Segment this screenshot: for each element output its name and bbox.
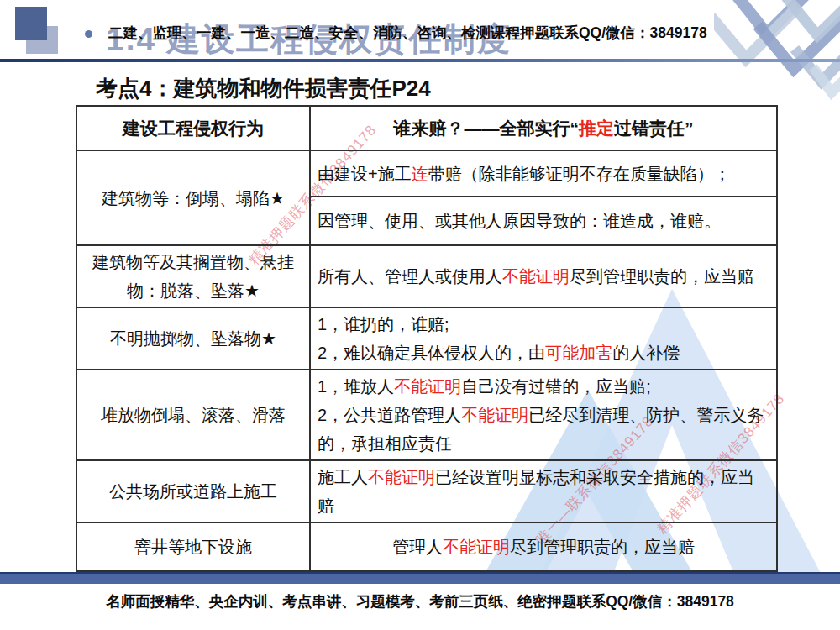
decor-square-dark: [15, 7, 47, 40]
row-label-unknown-thrown-objects: 不明抛掷物、坠落物★: [76, 307, 310, 370]
row-label-falling-objects: 建筑物等及其搁置物、悬挂物：脱落、坠落★: [76, 245, 310, 307]
col-header-behavior: 建设工程侵权行为: [76, 106, 310, 150]
highlight-red-text: 不能证明: [502, 267, 570, 286]
table-row: 不明抛掷物、坠落物★ 1，谁扔的，谁赔; 2，难以确定具体侵权人的，由可能加害的…: [76, 307, 777, 370]
highlight-red-text: 不能证明: [394, 377, 461, 396]
header-course-contact-line: 二建、监理、一建、一造、二造、安全、消防、咨询、检测课程押题联系QQ/微信：38…: [108, 23, 707, 43]
plain-text: 尽到管理职责的，应当赔: [510, 538, 695, 556]
bullet-dot-icon: [85, 30, 92, 38]
table-row: 堆放物倒塌、滚落、滑落 1，堆放人不能证明自己没有过错的，应当赔; 2，公共道路…: [76, 370, 777, 460]
plain-text: 施工人: [318, 468, 368, 486]
table-row: 公共场所或道路上施工 施工人不能证明已经设置明显标志和采取安全措施的，应当赔: [76, 460, 777, 522]
highlight-red-text: 不能证明: [368, 468, 435, 486]
row-value-joint-liability: 由建设+施工连带赔（除非能够证明不存在质量缺陷）；: [310, 150, 777, 197]
liability-table: 建设工程侵权行为 谁来赔？——全部实行“推定过错责任” 建筑物等：倒塌、塌陷★ …: [76, 105, 778, 572]
plain-text: 管理人: [392, 538, 443, 556]
highlight-red-text: 连: [412, 165, 428, 183]
table-row: 窨井等地下设施 管理人不能证明尽到管理职责的，应当赔: [76, 522, 777, 571]
row-value-owner-manager-user: 所有人、管理人或使用人不能证明尽到管理职责的，应当赔: [310, 245, 777, 307]
table-header-row: 建设工程侵权行为 谁来赔？——全部实行“推定过错责任”: [76, 106, 777, 150]
row-value-constructor-signs: 施工人不能证明已经设置明显标志和采取安全措施的，应当赔: [310, 460, 777, 522]
plain-text: 尽到管理职责的，应当赔: [570, 267, 754, 286]
row-label-underground-facilities: 窨井等地下设施: [76, 522, 310, 571]
row-value-manager-duty: 管理人不能证明尽到管理职责的，应当赔: [310, 522, 777, 571]
plain-text: 1，谁扔的，谁赔; 2，难以确定具体侵权人的，由: [318, 315, 545, 362]
row-value-stacker-road-manager: 1，堆放人不能证明自己没有过错的，应当赔; 2，公共道路管理人不能证明已经尽到清…: [310, 370, 777, 460]
highlight-red-text: 可能加害: [545, 344, 612, 362]
plain-text: 1，堆放人: [318, 377, 394, 396]
highlight-red-text: 不能证明: [461, 406, 528, 424]
plain-text: 谁来赔？——全部实行“: [394, 118, 580, 138]
chevron-ribbons-decoration: [714, 0, 840, 105]
plain-text: 带赔（除非能够证明不存在质量缺陷）；: [428, 165, 731, 183]
plain-text: 所有人、管理人或使用人: [318, 267, 502, 286]
row-label-stacked-objects: 堆放物倒塌、滚落、滑落: [76, 370, 310, 460]
row-value-management-cause: 因管理、使用、或其他人原因导致的：谁造成，谁赔。: [310, 197, 777, 245]
header-divider-rule: [0, 59, 840, 62]
table-row: 建筑物等：倒塌、塌陷★ 由建设+施工连带赔（除非能够证明不存在质量缺陷）；: [76, 150, 777, 197]
row-value-thrower-pays: 1，谁扔的，谁赔; 2，难以确定具体侵权人的，由可能加害的人补偿: [310, 307, 777, 370]
highlight-red-text: 推定: [579, 118, 614, 138]
plain-text: 由建设+施工: [318, 165, 412, 183]
highlight-red-text: 不能证明: [443, 538, 510, 556]
plain-text: 因管理、使用、或其他人原因导致的：谁造成，谁赔。: [318, 212, 721, 230]
row-label-building-collapse: 建筑物等：倒塌、塌陷★: [76, 150, 310, 245]
plain-text: 过错责任”: [614, 118, 694, 138]
col-header-who-pays: 谁来赔？——全部实行“推定过错责任”: [310, 106, 777, 150]
page-title: 考点4：建筑物和物件损害责任P24: [96, 74, 431, 103]
row-label-public-road-construction: 公共场所或道路上施工: [76, 460, 310, 522]
table-row: 建筑物等及其搁置物、悬挂物：脱落、坠落★ 所有人、管理人或使用人不能证明尽到管理…: [76, 245, 777, 307]
plain-text: 的人补偿: [612, 344, 680, 362]
footer-divider-bar: [0, 572, 840, 584]
footer-contact-line: 名师面授精华、央企内训、考点串讲、习题模考、考前三页纸、绝密押题联系QQ/微信：…: [0, 591, 840, 612]
